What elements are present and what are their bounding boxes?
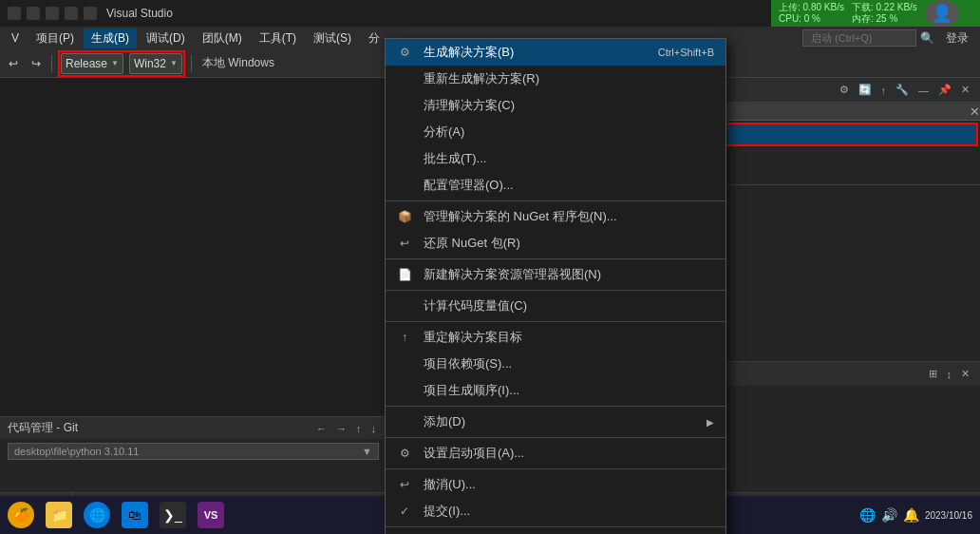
menu-item-tools[interactable]: 工具(T)	[252, 29, 304, 48]
taskbar-vs[interactable]: VS	[194, 498, 228, 532]
ctx-retarget-icon: ↑	[395, 328, 414, 347]
upload-stat: 上传: 0.80 KB/s	[779, 2, 844, 13]
ctx-startup-icon: ⚙	[395, 444, 414, 463]
context-menu: ⚙ 生成解决方案(B) Ctrl+Shift+B 重新生成解决方案(R) 清理解…	[385, 38, 726, 534]
ctx-configmanager[interactable]: 配置管理器(O)...	[386, 172, 726, 199]
ctx-build-icon: ⚙	[395, 43, 414, 62]
ctx-analyze-label: 分析(A)	[424, 124, 464, 141]
cpu-stat: CPU: 0 %	[779, 13, 844, 25]
vs-icon: VS	[204, 509, 218, 521]
se-toolbar-btn-3[interactable]: ↑	[878, 83, 890, 98]
se-toolbar-pin[interactable]: 📌	[935, 82, 954, 98]
ctx-deps-label: 项目依赖项(S)...	[424, 355, 512, 372]
ctx-rebuild[interactable]: 重新生成解决方案(R)	[386, 66, 726, 92]
menu-item-project[interactable]: 项目(P)	[28, 29, 82, 48]
sc-btn-3[interactable]: ↑	[353, 421, 365, 436]
sc-btn-4[interactable]: ↓	[368, 421, 380, 436]
sc-btn-2[interactable]: →	[333, 421, 349, 436]
toolbar-undo[interactable]: ↩	[4, 54, 23, 73]
ctx-batch[interactable]: 批生成(T)...	[386, 145, 726, 172]
ctx-configmanager-label: 配置管理器(O)...	[424, 177, 514, 194]
login-button[interactable]: 登录	[938, 29, 976, 48]
ctx-build-order[interactable]: 项目生成顺序(I)...	[386, 377, 726, 404]
icon-4	[65, 7, 78, 20]
ctx-rebuild-label: 重新生成解决方案(R)	[424, 70, 539, 87]
ctx-nuget-label: 管理解决方案的 NuGet 程序包(N)...	[424, 208, 617, 225]
ctx-restore-nuget[interactable]: ↩ 还原 NuGet 包(R)	[386, 230, 726, 257]
tray-sound-icon: 🔊	[881, 507, 897, 523]
ctx-retarget-label: 重定解决方案目标	[424, 329, 522, 346]
ctx-commit[interactable]: ✓ 提交(I)...	[386, 498, 726, 524]
icon-3	[46, 7, 59, 20]
release-dropdown-arrow: ▼	[111, 59, 119, 67]
ctx-clean[interactable]: 清理解决方案(C)	[386, 92, 726, 119]
sc-header: 代码管理 - Git ← → ↑ ↓	[0, 417, 386, 439]
config-platform-dropdown[interactable]: Win32 ▼	[129, 53, 182, 74]
config-platform-label: Win32	[134, 57, 166, 70]
ctx-analyze-icon	[395, 123, 414, 142]
ctx-sep-7	[386, 468, 726, 469]
ctx-metrics[interactable]: 计算代码度量值(C)	[386, 293, 726, 319]
se-toolbar-close[interactable]: —	[915, 83, 932, 98]
ctx-sep-8	[386, 526, 726, 527]
files-icon: 📁	[51, 507, 67, 523]
ctx-build-solution[interactable]: ⚙ 生成解决方案(B) Ctrl+Shift+B	[386, 39, 726, 66]
ctx-analyze[interactable]: 分析(A)	[386, 119, 726, 145]
se-toolbar-btn-2[interactable]: 🔄	[856, 82, 875, 98]
ctx-history[interactable]: 🕐 查看历史记录(H)...	[386, 529, 726, 534]
ctx-metrics-label: 计算代码度量值(C)	[424, 297, 527, 315]
memory-stat: 内存: 25 %	[852, 13, 917, 25]
menu-item-v[interactable]: V	[4, 29, 27, 47]
sc-path-dropdown[interactable]: desktop\file\python 3.10.11 ▼	[8, 443, 379, 460]
left-panel: 代码管理 - Git ← → ↑ ↓ desktop\file\python 3…	[0, 78, 387, 513]
ctx-set-startup[interactable]: ⚙ 设置启动项目(A)...	[386, 440, 726, 467]
ctx-startup-label: 设置启动项目(A)...	[424, 445, 524, 462]
taskbar-edge[interactable]: 🌐	[80, 498, 114, 532]
app-title: Visual Studio	[106, 7, 173, 20]
se-toolbar-maximize[interactable]: ✕	[958, 82, 972, 98]
toolbar-local-windows[interactable]: 本地 Windows	[198, 52, 279, 74]
menu-item-debug[interactable]: 调试(D)	[139, 29, 193, 48]
config-release-label: Release	[66, 57, 107, 70]
se-toolbar-btn-4[interactable]: 🔧	[893, 82, 912, 98]
search-clear[interactable]: ✕	[970, 105, 980, 119]
ctx-restore-label: 还原 NuGet 包(R)	[424, 235, 520, 252]
tray-datetime: 2023/10/16	[925, 510, 972, 521]
taskbar-start[interactable]: 🍊	[4, 498, 38, 532]
start-icon: 🍊	[13, 507, 29, 523]
sc-title: 代码管理 - Git	[8, 420, 78, 436]
ctx-retarget[interactable]: ↑ 重定解决方案目标	[386, 324, 726, 351]
ctx-nuget-icon: 📦	[395, 207, 414, 226]
se-toolbar-btn-1[interactable]: ⚙	[837, 82, 852, 98]
menu-item-other[interactable]: 分	[361, 29, 387, 48]
ctx-sep-5	[386, 406, 726, 407]
sc-btn-1[interactable]: ←	[313, 421, 330, 436]
ctx-undo-icon: ↩	[395, 475, 414, 494]
terminal-icon: ❯_	[163, 507, 182, 523]
icon-2	[27, 7, 40, 20]
prop-btn-close[interactable]: ✕	[958, 366, 972, 382]
taskbar-files[interactable]: 📁	[42, 498, 76, 532]
taskbar-terminal[interactable]: ❯_	[156, 498, 190, 532]
menu-item-build[interactable]: 生成(B)	[84, 29, 137, 48]
prop-btn-grid[interactable]: ⊞	[926, 366, 940, 382]
ctx-commit-label: 提交(I)...	[424, 503, 470, 520]
ctx-project-deps[interactable]: 项目依赖项(S)...	[386, 351, 726, 377]
ctx-newview-label: 新建解决方案资源管理器视图(N)	[424, 266, 601, 283]
ctx-clean-icon	[395, 96, 414, 115]
ctx-undo[interactable]: ↩ 撤消(U)...	[386, 471, 726, 498]
toolbar-redo[interactable]: ↪	[27, 54, 46, 73]
sc-content: desktop\file\python 3.10.11 ▼	[0, 439, 386, 464]
download-stat: 下载: 0.22 KB/s	[852, 2, 917, 13]
ctx-new-view[interactable]: 📄 新建解决方案资源管理器视图(N)	[386, 261, 726, 288]
taskbar-store[interactable]: 🛍	[118, 498, 152, 532]
ctx-add[interactable]: 添加(D) ▶	[386, 409, 726, 435]
solution-explorer-toolbar: ⚙ 🔄 ↑ 🔧 — 📌 ✕	[837, 82, 973, 98]
menu-item-team[interactable]: 团队(M)	[195, 29, 250, 48]
menu-item-test[interactable]: 测试(S)	[306, 29, 359, 48]
config-release-dropdown[interactable]: Release ▼	[61, 53, 123, 74]
prop-btn-sort[interactable]: ↕	[944, 366, 955, 382]
system-tray: 🌐 🔊 🔔 2023/10/16	[852, 496, 980, 534]
ctx-manage-nuget[interactable]: 📦 管理解决方案的 NuGet 程序包(N)...	[386, 203, 726, 230]
global-search-input[interactable]	[802, 29, 916, 47]
